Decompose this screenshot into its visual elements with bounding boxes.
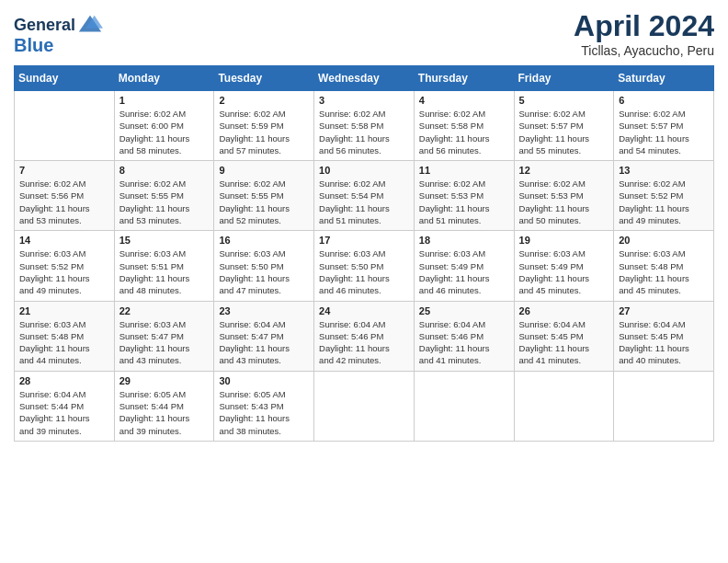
day-number: 22: [119, 305, 210, 316]
day-number: 14: [19, 235, 109, 246]
calendar-cell: 1Sunrise: 6:02 AMSunset: 6:00 PMDaylight…: [114, 91, 214, 161]
calendar-cell: 29Sunrise: 6:05 AMSunset: 5:44 PMDayligh…: [114, 371, 214, 441]
day-info: Sunrise: 6:02 AMSunset: 5:57 PMDaylight:…: [619, 108, 709, 156]
calendar-cell: 4Sunrise: 6:02 AMSunset: 5:58 PMDaylight…: [414, 91, 514, 161]
day-of-week-header: Monday: [114, 66, 214, 91]
day-info: Sunrise: 6:02 AMSunset: 5:55 PMDaylight:…: [219, 178, 309, 226]
calendar-week-row: 21Sunrise: 6:03 AMSunset: 5:48 PMDayligh…: [15, 301, 714, 371]
day-number: 29: [119, 375, 210, 386]
day-number: 30: [219, 375, 309, 386]
day-info: Sunrise: 6:03 AMSunset: 5:47 PMDaylight:…: [119, 318, 210, 367]
calendar-cell: 30Sunrise: 6:05 AMSunset: 5:43 PMDayligh…: [214, 371, 314, 441]
day-info: Sunrise: 6:05 AMSunset: 5:44 PMDaylight:…: [119, 388, 210, 437]
calendar-cell: 12Sunrise: 6:02 AMSunset: 5:53 PMDayligh…: [514, 161, 614, 231]
day-number: 3: [319, 95, 409, 106]
day-info: Sunrise: 6:03 AMSunset: 5:50 PMDaylight:…: [219, 247, 309, 296]
day-number: 18: [419, 235, 509, 246]
day-number: 4: [419, 95, 509, 106]
day-number: 13: [619, 165, 709, 176]
day-number: 15: [119, 235, 210, 246]
location-subtitle: Ticllas, Ayacucho, Peru: [574, 43, 714, 58]
day-info: Sunrise: 6:02 AMSunset: 6:00 PMDaylight:…: [119, 108, 210, 156]
day-info: Sunrise: 6:03 AMSunset: 5:48 PMDaylight:…: [19, 318, 109, 367]
calendar-cell: 23Sunrise: 6:04 AMSunset: 5:47 PMDayligh…: [214, 301, 314, 371]
day-number: 10: [319, 165, 409, 176]
day-info: Sunrise: 6:02 AMSunset: 5:53 PMDaylight:…: [419, 178, 509, 226]
day-info: Sunrise: 6:04 AMSunset: 5:45 PMDaylight:…: [519, 318, 609, 367]
calendar-cell: [614, 371, 714, 441]
page-header: General Blue April 2024 Ticllas, Ayacuch…: [14, 9, 714, 58]
day-info: Sunrise: 6:02 AMSunset: 5:59 PMDaylight:…: [219, 108, 309, 156]
day-info: Sunrise: 6:03 AMSunset: 5:52 PMDaylight:…: [19, 247, 109, 296]
day-number: 7: [19, 165, 109, 176]
day-number: 28: [19, 375, 109, 386]
calendar-cell: 20Sunrise: 6:03 AMSunset: 5:48 PMDayligh…: [614, 231, 714, 301]
day-of-week-header: Friday: [514, 66, 614, 91]
title-block: April 2024 Ticllas, Ayacucho, Peru: [574, 9, 714, 58]
month-year-title: April 2024: [574, 9, 714, 43]
day-info: Sunrise: 6:02 AMSunset: 5:58 PMDaylight:…: [419, 108, 509, 156]
calendar-cell: 6Sunrise: 6:02 AMSunset: 5:57 PMDaylight…: [614, 91, 714, 161]
day-number: 12: [519, 165, 609, 176]
day-number: 5: [519, 95, 609, 106]
calendar-cell: 19Sunrise: 6:03 AMSunset: 5:49 PMDayligh…: [514, 231, 614, 301]
day-number: 11: [419, 165, 509, 176]
calendar-cell: 17Sunrise: 6:03 AMSunset: 5:50 PMDayligh…: [314, 231, 415, 301]
day-info: Sunrise: 6:03 AMSunset: 5:50 PMDaylight:…: [319, 247, 409, 296]
calendar-cell: 28Sunrise: 6:04 AMSunset: 5:44 PMDayligh…: [15, 371, 115, 441]
day-number: 26: [519, 305, 609, 316]
day-info: Sunrise: 6:02 AMSunset: 5:58 PMDaylight:…: [319, 108, 409, 156]
day-info: Sunrise: 6:03 AMSunset: 5:49 PMDaylight:…: [419, 247, 509, 296]
calendar-week-row: 1Sunrise: 6:02 AMSunset: 6:00 PMDaylight…: [15, 91, 714, 161]
calendar-cell: 10Sunrise: 6:02 AMSunset: 5:54 PMDayligh…: [314, 161, 415, 231]
day-of-week-header: Sunday: [15, 66, 115, 91]
day-info: Sunrise: 6:02 AMSunset: 5:54 PMDaylight:…: [319, 178, 409, 226]
calendar-cell: 27Sunrise: 6:04 AMSunset: 5:45 PMDayligh…: [614, 301, 714, 371]
calendar-cell: 14Sunrise: 6:03 AMSunset: 5:52 PMDayligh…: [15, 231, 115, 301]
day-number: 16: [219, 235, 309, 246]
calendar-cell: [414, 371, 514, 441]
calendar-cell: 22Sunrise: 6:03 AMSunset: 5:47 PMDayligh…: [114, 301, 214, 371]
day-number: 6: [619, 95, 709, 106]
day-info: Sunrise: 6:03 AMSunset: 5:51 PMDaylight:…: [119, 247, 210, 296]
day-number: 27: [619, 305, 709, 316]
day-info: Sunrise: 6:05 AMSunset: 5:43 PMDaylight:…: [219, 388, 309, 437]
logo: General Blue: [14, 13, 103, 55]
calendar-cell: 13Sunrise: 6:02 AMSunset: 5:52 PMDayligh…: [614, 161, 714, 231]
day-number: 23: [219, 305, 309, 316]
calendar-cell: 24Sunrise: 6:04 AMSunset: 5:46 PMDayligh…: [314, 301, 415, 371]
calendar-cell: 11Sunrise: 6:02 AMSunset: 5:53 PMDayligh…: [414, 161, 514, 231]
day-info: Sunrise: 6:04 AMSunset: 5:46 PMDaylight:…: [419, 318, 509, 367]
day-info: Sunrise: 6:03 AMSunset: 5:48 PMDaylight:…: [619, 247, 709, 296]
day-of-week-header: Wednesday: [314, 66, 415, 91]
calendar-header-row: SundayMondayTuesdayWednesdayThursdayFrid…: [15, 66, 714, 91]
calendar-week-row: 14Sunrise: 6:03 AMSunset: 5:52 PMDayligh…: [15, 231, 714, 301]
calendar-week-row: 7Sunrise: 6:02 AMSunset: 5:56 PMDaylight…: [15, 161, 714, 231]
day-info: Sunrise: 6:04 AMSunset: 5:45 PMDaylight:…: [619, 318, 709, 367]
day-info: Sunrise: 6:04 AMSunset: 5:47 PMDaylight:…: [219, 318, 309, 367]
calendar-cell: 2Sunrise: 6:02 AMSunset: 5:59 PMDaylight…: [214, 91, 314, 161]
day-info: Sunrise: 6:02 AMSunset: 5:57 PMDaylight:…: [519, 108, 609, 156]
day-info: Sunrise: 6:02 AMSunset: 5:55 PMDaylight:…: [119, 178, 210, 226]
day-number: 1: [119, 95, 210, 106]
day-number: 24: [319, 305, 409, 316]
calendar-cell: 26Sunrise: 6:04 AMSunset: 5:45 PMDayligh…: [514, 301, 614, 371]
day-info: Sunrise: 6:04 AMSunset: 5:46 PMDaylight:…: [319, 318, 409, 367]
calendar-cell: 9Sunrise: 6:02 AMSunset: 5:55 PMDaylight…: [214, 161, 314, 231]
calendar-cell: 18Sunrise: 6:03 AMSunset: 5:49 PMDayligh…: [414, 231, 514, 301]
calendar-cell: 3Sunrise: 6:02 AMSunset: 5:58 PMDaylight…: [314, 91, 415, 161]
calendar-cell: 21Sunrise: 6:03 AMSunset: 5:48 PMDayligh…: [15, 301, 115, 371]
logo-text: General: [14, 17, 75, 35]
day-number: 8: [119, 165, 210, 176]
calendar-cell: 8Sunrise: 6:02 AMSunset: 5:55 PMDaylight…: [114, 161, 214, 231]
day-info: Sunrise: 6:02 AMSunset: 5:56 PMDaylight:…: [19, 178, 109, 226]
day-info: Sunrise: 6:02 AMSunset: 5:53 PMDaylight:…: [519, 178, 609, 226]
day-info: Sunrise: 6:02 AMSunset: 5:52 PMDaylight:…: [619, 178, 709, 226]
day-of-week-header: Thursday: [414, 66, 514, 91]
logo-icon: [77, 13, 103, 39]
day-of-week-header: Tuesday: [214, 66, 314, 91]
day-number: 9: [219, 165, 309, 176]
day-number: 19: [519, 235, 609, 246]
calendar-cell: [514, 371, 614, 441]
calendar-cell: [15, 91, 115, 161]
